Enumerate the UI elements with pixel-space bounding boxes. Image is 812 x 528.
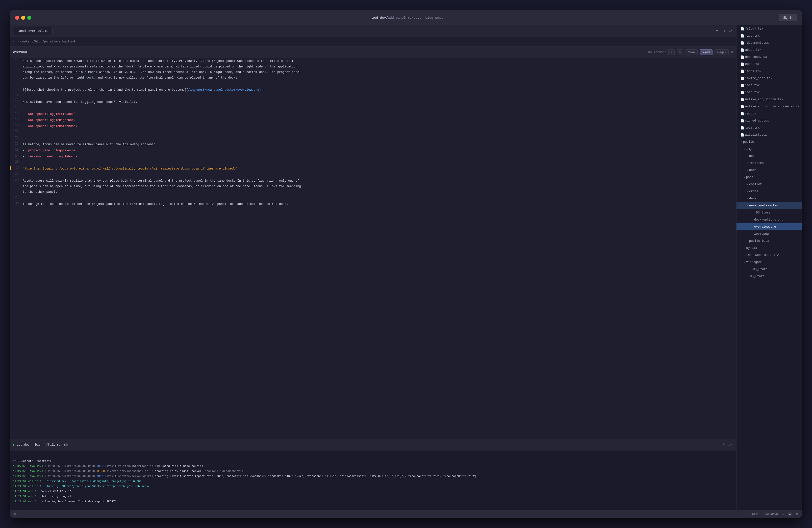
chevron-right-icon: ▸ (743, 246, 745, 249)
search-prev-button[interactable]: < (668, 49, 675, 55)
sidebar-item-zoom-png[interactable]: zoom.png (737, 230, 802, 238)
sidebar-item-label: .DS_Store (748, 275, 765, 278)
add-tab-button[interactable]: + (715, 28, 720, 34)
line-content (23, 135, 736, 141)
case-sensitive-button[interactable]: Case (685, 49, 698, 55)
sidebar-item-join[interactable]: 📄 join.tsx (737, 89, 802, 96)
active-tab[interactable]: panel-overhaul.md (13, 27, 53, 35)
sidebar-item-label: about.tsx (745, 48, 762, 52)
code-editor[interactable]: 11 Zed's panel system has been reworked … (10, 58, 736, 439)
terminal-back[interactable]: ← (13, 453, 15, 457)
file-icon: 📄 (741, 105, 744, 109)
sidebar-item-native-succeeded[interactable]: 📄 native_app_signin_succeeded.ts (737, 103, 802, 110)
sidebar-item-rpc[interactable]: 📄 rpc.ts (737, 110, 802, 117)
terminal-expand-button[interactable]: ⤢ (728, 441, 733, 448)
line-number: 15 (10, 99, 23, 103)
sidebar-folder-public[interactable]: ▾ public (737, 139, 802, 145)
sidebar-item-ds-store-3[interactable]: .DS_Store (737, 273, 802, 280)
sidebar-item-about[interactable]: 📄 about.tsx (737, 46, 802, 54)
sidebar-item-ds-store-2[interactable]: .DS_Store (737, 266, 802, 273)
layout-button[interactable]: ⊞ (721, 28, 726, 34)
sidebar-item-label: zoom.png (754, 232, 769, 236)
term-line-8: 12:27:59 web.1 | Retrieving project… (13, 494, 733, 499)
sidebar-item-label: dock-options.png (754, 218, 783, 222)
forward-button[interactable]: → (17, 40, 19, 44)
sidebar-item-invite[interactable]: 📄 invite_sent.tsx (737, 75, 802, 82)
sign-in-button[interactable]: Sign In (779, 14, 797, 21)
term-line-7: 12:27:59 web.1 | Vercel CLI 28.4.15 (13, 489, 733, 494)
terminal-tab[interactable]: ▶ zed.dev — bash ./full_run.sh (13, 443, 68, 447)
sidebar-item-label: post (746, 175, 753, 179)
status-mail[interactable]: ✉ (782, 512, 784, 516)
sidebar-item-team[interactable]: 📄 team.tsx (737, 124, 802, 131)
sidebar-folder-public-beta[interactable]: ▸ public-beta (737, 238, 802, 245)
line-content: As before, focus can be moved to either … (23, 142, 736, 147)
sidebar-item-label: rpc.ts (745, 112, 756, 115)
sidebar-item-signed-up[interactable]: 📄 signed_up.tsx (737, 117, 802, 124)
status-notification[interactable]: 1 (787, 512, 792, 516)
term-line-3: 12:27:58 livekit.1 | 2023-05-24T12:27:58… (13, 469, 733, 474)
sidebar-item-label: _document.tsx (745, 41, 769, 45)
sidebar-item-eula[interactable]: 📄 eula.tsx (737, 61, 802, 68)
close-button[interactable] (15, 16, 19, 20)
line-number: 20 (10, 130, 23, 133)
sidebar-item-label: [slug].tsx (745, 27, 763, 31)
terminal-add-button[interactable]: + (721, 441, 726, 448)
sidebar-folder-videogame[interactable]: ▸ videogame (737, 259, 802, 266)
sidebar-item-ds-store-1[interactable]: .DS_Store (737, 209, 802, 216)
code-line-24: 24 - `terminal_panel::ToggleFocus` (10, 154, 736, 160)
back-button[interactable]: ← (13, 40, 15, 44)
sidebar-item-download[interactable]: 📄 download.tsx (737, 54, 802, 61)
sidebar-folder-crdts[interactable]: ▸ crdts (737, 188, 802, 195)
status-grid[interactable]: ⊞ (796, 512, 798, 516)
sidebar-item-overview-png[interactable]: overview.png (737, 223, 802, 230)
sidebar-folder-devx[interactable]: ▸ devx (737, 195, 802, 202)
sidebar-folder-syntax[interactable]: ▸ syntax (737, 245, 802, 252)
status-gear[interactable]: ⚙ (14, 512, 16, 516)
chevron-down-icon: ▾ (741, 141, 742, 143)
line-content: - `project_panel::ToggleFocus` (23, 148, 736, 153)
sidebar-item-waitlist[interactable]: 📄 waitlist.tsx (737, 131, 802, 139)
gear-icon: ⚙ (14, 512, 16, 516)
file-icon: 📄 (741, 126, 744, 130)
sidebar-folder-features[interactable]: ▸ features (737, 160, 802, 167)
sidebar-item-label: syntax (746, 246, 757, 250)
file-icon: 📄 (741, 119, 744, 123)
expand-button[interactable]: ⤢ (728, 28, 733, 34)
sidebar-folder-new-panel-system[interactable]: ▾ new-panel-system (737, 202, 802, 209)
sidebar-item-native-signin[interactable]: 📄 native_app_signin.tsx (737, 96, 802, 103)
search-next-button[interactable]: > (677, 49, 683, 55)
sidebar-item-label: download.tsx (745, 55, 767, 59)
sidebar-folder-copilot[interactable]: ▸ copilot (737, 181, 802, 188)
maximize-button[interactable] (27, 16, 31, 20)
sidebar-folder-this-week[interactable]: ▸ this-week-at-zed-2 (737, 252, 802, 259)
terminal-tab-bar: ▶ zed.dev — bash ./full_run.sh + ⤢ (10, 439, 736, 451)
sidebar-item-label: _app.tsx (745, 34, 760, 38)
line-content (23, 172, 736, 177)
terminal-content[interactable]: ← → "API Secret": "secret"} 12:27:58 liv… (10, 451, 736, 510)
sidebar-folder-home[interactable]: ▸ home (737, 167, 802, 174)
sidebar-folder-docs[interactable]: ▸ docs (737, 153, 802, 160)
minimize-button[interactable] (21, 16, 25, 20)
term-line-4: 12:27:58 livekit.1 | 2023-05-24T12:27:58… (13, 474, 733, 479)
line-number: 28 (10, 178, 23, 182)
sidebar-item-dock-options[interactable]: dock-options.png (737, 216, 802, 223)
sidebar-item-app[interactable]: 📄 _app.tsx (737, 32, 802, 39)
sidebar-item-slug[interactable]: 📄 [slug].tsx (737, 25, 802, 32)
sidebar-item-index[interactable]: 📄 index.tsx (737, 68, 802, 75)
terminal-forward[interactable]: → (18, 453, 20, 457)
search-close-button[interactable]: × (731, 50, 733, 55)
status-language: Markdown (765, 513, 778, 516)
status-position: 26:119 (750, 513, 760, 516)
traffic-lights (15, 16, 31, 20)
regex-button[interactable]: Regex (714, 49, 729, 55)
sidebar-folder-post[interactable]: ▾ post (737, 174, 802, 181)
sidebar-item-jobs[interactable]: 📄 jobs.tsx (737, 82, 802, 89)
file-icon: 📄 (741, 55, 744, 59)
whole-word-button[interactable]: Word (700, 49, 712, 55)
file-tree-sidebar: 📄 [slug].tsx 📄 _app.tsx 📄 _document.tsx … (736, 25, 802, 510)
sidebar-item-label: native_app_signin.tsx (745, 98, 783, 101)
sidebar-item-document[interactable]: 📄 _document.tsx (737, 39, 802, 46)
sidebar-folder-img[interactable]: ▾ img (737, 145, 802, 153)
code-line-30: 30 To change the location for either the… (10, 201, 736, 207)
